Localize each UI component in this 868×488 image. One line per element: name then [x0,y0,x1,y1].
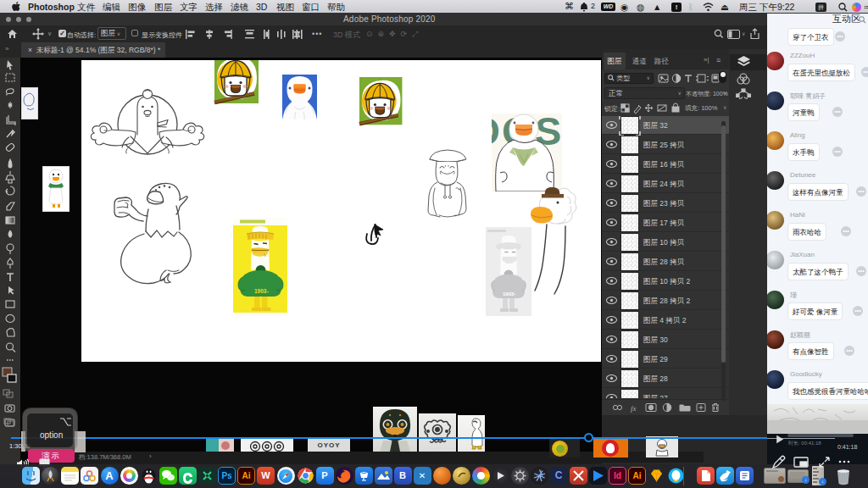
svg-text:1903-: 1903- [503,291,515,297]
svg-text:1903-: 1903- [254,288,269,294]
svg-text:fx: fx [631,404,637,413]
svg-text:D: D [471,108,500,153]
